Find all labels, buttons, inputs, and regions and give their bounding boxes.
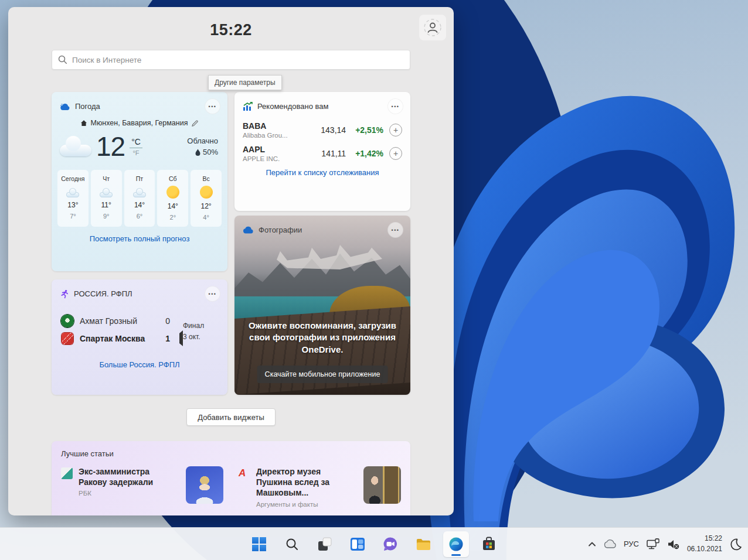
spartak-moscow-logo	[62, 333, 73, 344]
weather-location-row[interactable]: Мюнхен, Бавария, Германия	[52, 119, 227, 127]
hidden-icons-chevron-icon[interactable]	[587, 540, 597, 548]
aif-logo-icon	[239, 467, 250, 479]
photos-message: Оживите воспоминания, загрузив свои фото…	[247, 320, 398, 356]
forecast-day[interactable]: Сб 14° 2°	[157, 170, 188, 227]
team1-score: 0	[165, 316, 172, 326]
cloudy-icon	[65, 188, 80, 197]
unit-fahrenheit-toggle[interactable]: °F	[132, 148, 139, 156]
start-button[interactable]	[246, 531, 272, 557]
forecast-day[interactable]: Чт 11° 9°	[91, 170, 122, 227]
panel-clock: 15:22	[8, 21, 454, 39]
match-status: Финал	[183, 320, 219, 332]
photos-title: Фотографии	[259, 226, 302, 234]
sports-widget[interactable]: РОССИЯ. РФПЛ Ахмат Грозный 0 Спартак Мос…	[52, 279, 227, 395]
language-indicator[interactable]: РУС	[624, 539, 639, 548]
stocks-widget[interactable]: Рекомендовано вам BABA Alibaba Grou... 1…	[234, 92, 410, 211]
stock-row[interactable]: BABA Alibaba Grou... 143,14 +2,51% +	[243, 121, 402, 139]
stocks-chart-icon	[243, 102, 253, 111]
precipitation-value: 50%	[203, 146, 218, 158]
akhmat-grozny-logo	[61, 315, 74, 327]
current-temperature: 12	[96, 131, 125, 162]
focus-assist-moon-icon[interactable]	[729, 538, 742, 551]
news-section: Лучшие статьи Экс-замминистра Ракову зад…	[52, 441, 410, 515]
home-icon	[80, 119, 87, 127]
forecast-row: Сегодня 13° 7° Чт 11° 9° Пт 14° 6° Сб 14…	[57, 170, 222, 227]
windows-start-icon	[252, 537, 266, 551]
news-header: Лучшие статьи	[61, 449, 401, 458]
weather-widget[interactable]: Погода Мюнхен, Бавария, Германия 12 °C °…	[52, 92, 227, 271]
runner-icon	[60, 289, 69, 299]
taskbar-date: 06.10.2021	[687, 544, 722, 554]
network-icon[interactable]	[646, 538, 660, 550]
news-article[interactable]: Экс-замминистра Ракову задержали РБК	[61, 466, 223, 508]
match-date: 3 окт.	[183, 332, 219, 343]
photos-widget[interactable]: Фотографии Оживите воспоминания, загрузи…	[234, 216, 410, 395]
volume-muted-icon[interactable]	[667, 539, 680, 549]
add-widgets-button[interactable]: Добавить виджеты	[186, 408, 276, 426]
full-forecast-link[interactable]: Посмотреть полный прогноз	[52, 234, 227, 243]
team2-name: Спартак Москва	[80, 334, 145, 343]
taskbar: РУС 15:22 06.10.2021	[0, 527, 748, 560]
weather-more-button[interactable]	[205, 98, 220, 114]
weather-location: Мюнхен, Бавария, Германия	[91, 119, 188, 127]
sunny-icon	[166, 186, 179, 199]
download-app-button[interactable]: Скачайте мобильное приложение	[257, 366, 388, 383]
rbc-logo-icon	[61, 467, 73, 479]
news-article[interactable]: Директор музея Пушкина вслед за Машковым…	[239, 466, 401, 508]
match-score-block[interactable]: Ахмат Грозный 0 Спартак Москва 1 Финал 3…	[52, 305, 227, 347]
edit-pencil-icon[interactable]	[191, 119, 199, 127]
chat-button[interactable]	[378, 531, 403, 557]
taskbar-time: 15:22	[687, 534, 722, 544]
unit-celsius-toggle[interactable]: °C	[130, 137, 142, 148]
cloudy-icon	[98, 188, 114, 197]
add-to-watchlist-button[interactable]: +	[389, 124, 402, 136]
weather-title: Погода	[75, 102, 100, 111]
widgets-button[interactable]	[345, 531, 370, 557]
microsoft-store-button[interactable]	[476, 531, 502, 557]
sports-more-button[interactable]	[205, 286, 220, 302]
task-view-icon	[317, 537, 332, 552]
stocks-more-button[interactable]	[387, 98, 403, 114]
edge-browser-icon	[448, 537, 464, 552]
more-options-tooltip: Другие параметры	[208, 75, 282, 90]
droplet-icon	[195, 149, 200, 156]
search-input[interactable]	[72, 56, 404, 64]
add-to-watchlist-button[interactable]: +	[389, 147, 402, 160]
widgets-icon	[350, 537, 365, 551]
cloudy-icon	[132, 188, 147, 197]
chat-icon	[383, 537, 398, 552]
forecast-day[interactable]: Пт 14° 6°	[124, 170, 155, 227]
widgets-panel: 15:22 Другие параметры Погода	[8, 7, 454, 515]
stocks-title: Рекомендовано вам	[257, 102, 329, 111]
team2-score: 1	[165, 334, 172, 343]
file-explorer-button[interactable]	[410, 531, 436, 557]
sunny-icon	[200, 186, 213, 199]
stock-row[interactable]: AAPL APPLE INC. 141,11 +1,42% +	[243, 145, 402, 162]
person-avatar-icon	[422, 17, 443, 38]
onedrive-tray-icon[interactable]	[604, 539, 617, 548]
weather-cloud-icon	[60, 103, 70, 111]
sports-title: РОССИЯ. РФПЛ	[74, 289, 132, 298]
search-icon	[285, 537, 299, 551]
web-search-bar[interactable]	[52, 50, 410, 70]
taskbar-search-button[interactable]	[279, 531, 305, 557]
weather-condition: Облачно	[187, 135, 218, 147]
onedrive-cloud-icon	[243, 226, 254, 234]
taskbar-clock[interactable]: 15:22 06.10.2021	[687, 534, 722, 554]
article-thumbnail	[363, 466, 401, 504]
edge-button[interactable]	[443, 531, 469, 557]
file-explorer-icon	[416, 537, 431, 551]
watchlist-link[interactable]: Перейти к списку отслеживания	[234, 168, 410, 177]
article-thumbnail	[186, 466, 223, 504]
current-weather-cloud-icon	[60, 136, 93, 157]
team1-name: Ахмат Грозный	[80, 316, 137, 326]
more-league-link[interactable]: Больше Россия. РФПЛ	[52, 360, 227, 369]
search-icon	[58, 55, 67, 64]
photos-more-button[interactable]	[387, 222, 403, 238]
store-icon	[481, 537, 497, 552]
forecast-day[interactable]: Вс 12° 4°	[191, 170, 222, 227]
task-view-button[interactable]	[312, 531, 338, 557]
forecast-day[interactable]: Сегодня 13° 7°	[57, 170, 89, 227]
profile-button[interactable]	[419, 15, 446, 40]
